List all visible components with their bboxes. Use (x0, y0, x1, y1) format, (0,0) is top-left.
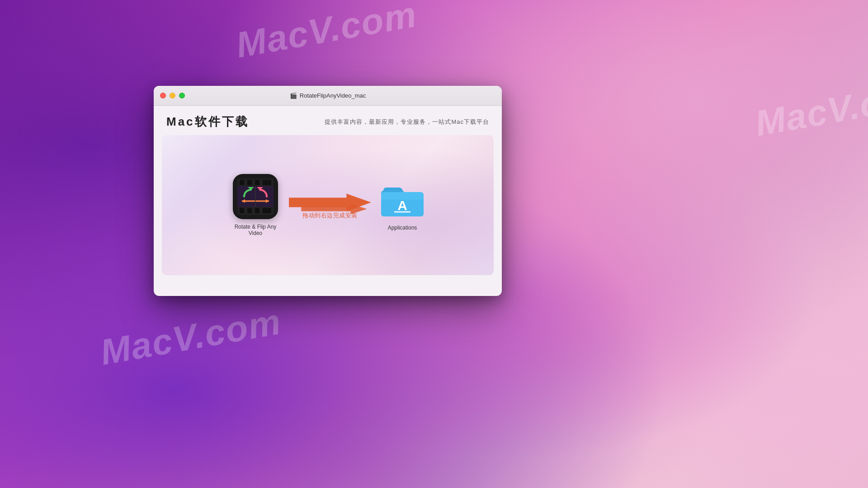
maximize-button[interactable] (179, 93, 185, 99)
svg-text:A: A (397, 198, 407, 213)
site-title: Mac软件下载 (166, 114, 249, 130)
titlebar: 🎬 RotateFlipAnyVideo_mac (154, 86, 502, 106)
install-area: Rotate & Flip Any Video 拖动到右边完成安装 (162, 135, 494, 275)
site-subtitle: 提供丰富内容，最新应用，专业服务，一站式Mac下载平台 (325, 118, 489, 126)
applications-label: Applications (388, 225, 417, 231)
svg-rect-11 (263, 208, 267, 213)
drag-arrow-icon (285, 191, 375, 214)
svg-rect-8 (240, 208, 244, 213)
svg-rect-12 (267, 208, 271, 213)
installer-window: 🎬 RotateFlipAnyVideo_mac Mac软件下载 提供丰富内容，… (154, 86, 502, 296)
svg-rect-2 (240, 180, 244, 185)
install-content: Rotate & Flip Any Video 拖动到右边完成安装 (231, 174, 425, 236)
app-name-label: Rotate & Flip Any Video (231, 224, 280, 236)
svg-rect-4 (255, 180, 259, 185)
app-icon-wrapper: Rotate & Flip Any Video (231, 174, 280, 236)
svg-rect-10 (255, 208, 259, 213)
app-icon (233, 174, 278, 219)
svg-rect-3 (247, 180, 252, 185)
svg-rect-5 (263, 180, 267, 185)
traffic-lights (160, 93, 185, 99)
close-button[interactable] (160, 93, 166, 99)
svg-rect-9 (247, 208, 252, 213)
folder-wrapper: A Applications (380, 179, 425, 231)
titlebar-app-icon: 🎬 (290, 92, 297, 99)
applications-folder-icon: A (380, 179, 425, 220)
window-title: 🎬 RotateFlipAnyVideo_mac (290, 92, 366, 99)
minimize-button[interactable] (170, 93, 175, 99)
window-header: Mac软件下载 提供丰富内容，最新应用，专业服务，一站式Mac下载平台 (154, 106, 502, 135)
arrow-area: 拖动到右边完成安装 (280, 191, 380, 220)
svg-rect-6 (267, 180, 271, 185)
